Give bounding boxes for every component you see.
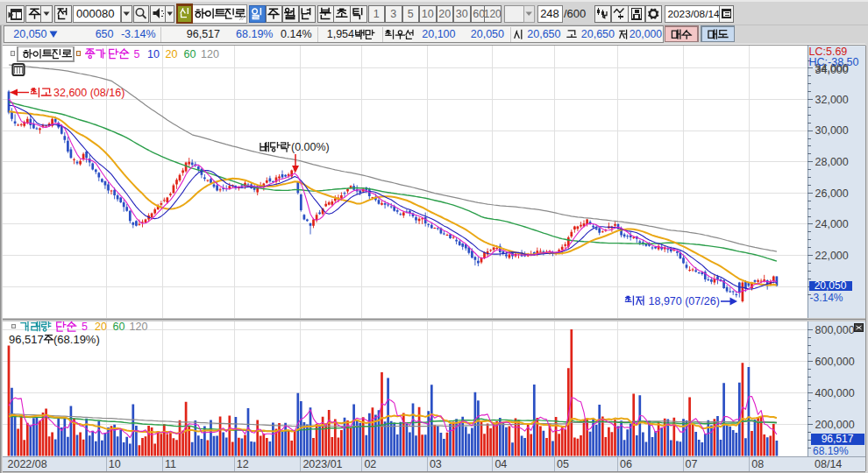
svg-text:20,650: 20,650 xyxy=(581,28,615,40)
svg-text:-3.14%: -3.14% xyxy=(810,292,843,304)
svg-text:20,650: 20,650 xyxy=(527,28,560,40)
svg-text:(68.19%): (68.19%) xyxy=(53,333,100,346)
svg-text:20: 20 xyxy=(166,48,178,60)
svg-text:28,000: 28,000 xyxy=(815,156,849,168)
svg-text:22,000: 22,000 xyxy=(815,250,849,262)
svg-text:20,050: 20,050 xyxy=(471,28,504,40)
svg-text:68.19%: 68.19% xyxy=(813,445,849,457)
svg-text:20: 20 xyxy=(95,321,107,333)
svg-text:1: 1 xyxy=(374,8,380,20)
svg-text:08: 08 xyxy=(751,458,764,470)
svg-text:06: 06 xyxy=(620,458,632,470)
svg-text:05: 05 xyxy=(557,458,569,470)
svg-text:96,517: 96,517 xyxy=(9,333,44,346)
svg-text:0.14%: 0.14% xyxy=(281,28,311,40)
svg-text:20,050: 20,050 xyxy=(13,28,46,40)
svg-text:20,100: 20,100 xyxy=(422,28,455,40)
svg-text:800,000: 800,000 xyxy=(815,324,855,336)
svg-text:650: 650 xyxy=(96,28,114,40)
svg-text:2023/08/14: 2023/08/14 xyxy=(668,8,720,20)
svg-text:2022/08: 2022/08 xyxy=(8,458,47,470)
svg-text:60: 60 xyxy=(184,48,196,60)
svg-text:120: 120 xyxy=(201,48,219,60)
svg-text:04: 04 xyxy=(494,458,507,470)
svg-text:000080: 000080 xyxy=(76,7,114,20)
svg-text:400,000: 400,000 xyxy=(815,387,855,399)
svg-text:32,600 (08/16): 32,600 (08/16) xyxy=(53,87,125,99)
svg-text:-3.14%: -3.14% xyxy=(121,28,156,40)
svg-text:/600: /600 xyxy=(564,7,586,20)
svg-text:10: 10 xyxy=(147,48,160,60)
svg-text:20: 20 xyxy=(438,8,451,20)
svg-text:5: 5 xyxy=(134,48,140,60)
svg-text:200,000: 200,000 xyxy=(815,419,855,431)
svg-text:20,000: 20,000 xyxy=(630,28,662,40)
svg-text:120: 120 xyxy=(484,8,502,20)
svg-text:96,517: 96,517 xyxy=(187,28,220,40)
svg-text:11: 11 xyxy=(165,458,176,470)
svg-text:24,000: 24,000 xyxy=(815,218,849,230)
svg-text:10: 10 xyxy=(422,8,434,20)
svg-text:1,954: 1,954 xyxy=(327,28,354,40)
svg-text:68.19%: 68.19% xyxy=(236,28,273,40)
svg-text:5: 5 xyxy=(408,8,414,20)
svg-text:248: 248 xyxy=(540,7,559,20)
svg-text:60: 60 xyxy=(113,321,125,333)
svg-text:3: 3 xyxy=(390,8,396,20)
svg-text:32,000: 32,000 xyxy=(815,94,849,106)
svg-text:07: 07 xyxy=(686,458,698,470)
svg-text:600,000: 600,000 xyxy=(815,356,855,368)
svg-text:02: 02 xyxy=(364,458,376,470)
svg-text:08/14: 08/14 xyxy=(815,458,842,470)
svg-text:(0.00%): (0.00%) xyxy=(291,141,330,153)
svg-text:18,970 (07/26): 18,970 (07/26) xyxy=(649,295,720,307)
svg-text:26,000: 26,000 xyxy=(815,187,849,200)
svg-text:03: 03 xyxy=(430,458,442,470)
svg-text:2023/01: 2023/01 xyxy=(302,458,342,470)
svg-text:10: 10 xyxy=(109,458,121,470)
svg-text:120: 120 xyxy=(130,321,148,333)
svg-text:20,050: 20,050 xyxy=(815,279,847,292)
svg-text:30: 30 xyxy=(456,8,468,20)
svg-text:5: 5 xyxy=(82,321,88,333)
svg-text:HC:-38.50: HC:-38.50 xyxy=(809,56,859,68)
svg-text:96,517: 96,517 xyxy=(822,433,854,445)
svg-text:12: 12 xyxy=(237,458,249,470)
svg-text:30,000: 30,000 xyxy=(815,124,849,137)
